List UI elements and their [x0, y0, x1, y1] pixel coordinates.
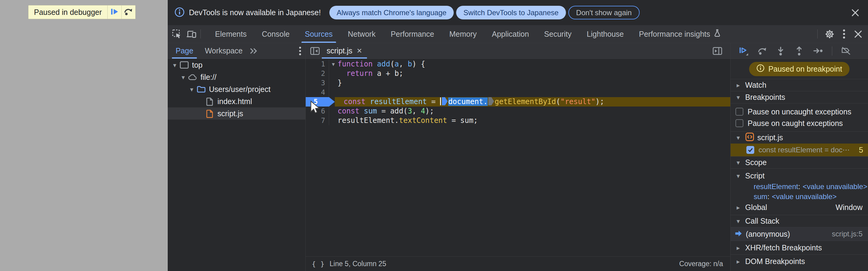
section-dom-breakpoints[interactable]: ▸ DOM Breakpoints — [731, 254, 868, 268]
deactivate-breakpoints-icon[interactable] — [841, 47, 851, 55]
breakpoint-file-group[interactable]: ▾ script.js — [731, 131, 868, 144]
breakpoint-checkbox[interactable] — [746, 146, 754, 154]
tab-label: Performance — [391, 30, 434, 38]
more-tabs-icon[interactable] — [249, 48, 257, 54]
pause-uncaught-row[interactable]: Pause on uncaught exceptions — [731, 106, 868, 117]
line-number[interactable]: 1 — [306, 59, 329, 69]
overlay-step-over-button[interactable] — [121, 5, 135, 19]
step-icon[interactable] — [813, 47, 823, 55]
section-call-stack[interactable]: ▾ Call Stack — [731, 215, 868, 227]
fold-arrow-icon[interactable]: ▾ — [329, 59, 338, 69]
line-number[interactable]: 3 — [306, 78, 329, 88]
tab-performance-insights[interactable]: Performance insights — [631, 25, 729, 43]
pretty-print-icon[interactable]: { } — [312, 260, 325, 268]
tree-item-label: file:// — [200, 73, 217, 82]
tab-console[interactable]: Console — [254, 25, 297, 43]
code-line-content: const sum = add(3, 4); — [329, 107, 730, 116]
pause-uncaught-checkbox[interactable] — [736, 108, 743, 116]
chevron-down-icon[interactable]: ▾ — [188, 86, 196, 93]
don-t-show-again-button[interactable]: Don't show again — [568, 6, 640, 20]
overlay-resume-button[interactable] — [107, 5, 121, 19]
token-pl: ( — [390, 60, 394, 68]
tab-sources[interactable]: Sources — [297, 25, 340, 43]
step-over-icon[interactable] — [757, 46, 767, 56]
tree-item-index-html[interactable]: index.html — [168, 95, 305, 108]
folder-icon — [196, 85, 207, 93]
pause-caught-checkbox[interactable] — [736, 119, 743, 127]
tab-label: Application — [492, 30, 529, 38]
tab-security[interactable]: Security — [536, 25, 579, 43]
tab-page[interactable]: Page — [172, 43, 197, 59]
scope-group-global[interactable]: ▸ Global Window — [731, 202, 868, 213]
call-stack-frame[interactable]: (anonymous) script.js:5 — [731, 227, 868, 241]
chevron-down-icon: ▾ — [734, 134, 742, 141]
code-text: function add(a, b) { — [338, 59, 425, 69]
resume-script-icon[interactable] — [739, 46, 748, 56]
scope-group-script[interactable]: ▾ Script — [731, 170, 868, 181]
tree-item-users-user-project[interactable]: ▾Users/user/project — [168, 83, 305, 95]
info-icon — [756, 64, 765, 74]
line-number[interactable]: 7 — [306, 116, 329, 125]
execution-line-badge[interactable]: 5 — [306, 97, 335, 107]
chevron-down-icon[interactable]: ▾ — [179, 74, 187, 81]
token-pl — [366, 97, 370, 106]
inline-breakpoint-active-icon[interactable] — [442, 97, 448, 105]
tab-network[interactable]: Network — [340, 25, 383, 43]
device-toolbar-icon[interactable] — [186, 30, 196, 38]
settings-gear-icon[interactable] — [825, 29, 834, 39]
variable-name: sum — [754, 192, 767, 201]
toggle-navigator-panel-icon[interactable] — [310, 47, 320, 55]
tab-lighthouse[interactable]: Lighthouse — [579, 25, 631, 43]
close-devtools-icon[interactable] — [854, 30, 863, 38]
token-prop: getElementById — [495, 97, 556, 106]
tab-elements[interactable]: Elements — [208, 25, 254, 43]
token-kw: function — [338, 60, 373, 68]
js-file-icon — [204, 109, 215, 118]
toolbar-divider — [817, 29, 818, 38]
scope-variable[interactable]: sum: <value unavailable> — [731, 191, 868, 202]
section-xhr-breakpoints[interactable]: ▸ XHR/fetch Breakpoints — [731, 241, 868, 254]
tab-close-icon[interactable]: ✕ — [356, 47, 362, 55]
more-options-icon[interactable] — [843, 29, 845, 39]
breakpoint-entry[interactable]: const resultElement = doc⋯ 5 — [731, 144, 868, 156]
token-pl: , — [399, 60, 408, 68]
navigator-more-options-icon[interactable] — [299, 47, 301, 56]
tab-application[interactable]: Application — [484, 25, 536, 43]
tree-item-top[interactable]: ▾top — [168, 59, 305, 71]
chevron-down-icon[interactable]: ▾ — [171, 62, 179, 68]
switch-devtools-to-japanese-button[interactable]: Switch DevTools to Japanese — [456, 6, 566, 20]
line-number[interactable]: 2 — [306, 69, 329, 78]
section-breakpoints[interactable]: ▾ Breakpoints — [731, 91, 868, 103]
line-number[interactable]: 4 — [306, 88, 329, 97]
toggle-debugger-sidebar-icon[interactable] — [712, 47, 722, 55]
step-into-icon[interactable] — [776, 46, 785, 56]
tree-item-script-js[interactable]: script.js — [168, 108, 305, 120]
tab-workspace[interactable]: Workspace — [201, 43, 246, 59]
file-tree: ▾top▾file://▾Users/user/projectindex.htm… — [168, 59, 305, 271]
inline-breakpoint-icon[interactable] — [488, 97, 494, 105]
tab-label: Sources — [305, 30, 333, 38]
infobar-close-icon[interactable] — [851, 8, 860, 17]
editor-tab-scriptjs[interactable]: script.js ✕ — [322, 43, 367, 59]
code-line-content: return a + b; — [329, 69, 730, 78]
line-number[interactable]: 6 — [306, 107, 329, 116]
scope-variable[interactable]: resultElement: <value unavailable> — [731, 181, 868, 191]
code-editor[interactable]: 1▾function add(a, b) {2 return a + b;3}4… — [306, 59, 730, 257]
section-watch[interactable]: ▸ Watch — [731, 79, 868, 91]
section-scope[interactable]: ▾ Scope — [731, 156, 868, 169]
code-line-7: 7resultElement.textContent = sum; — [306, 116, 730, 125]
text-caret — [440, 97, 441, 105]
pause-caught-row[interactable]: Pause on caught exceptions — [731, 117, 868, 129]
inspect-element-icon[interactable] — [172, 29, 182, 39]
tree-item-file[interactable]: ▾file:// — [168, 71, 305, 83]
tab-performance[interactable]: Performance — [383, 25, 442, 43]
tab-memory[interactable]: Memory — [442, 25, 484, 43]
token-str: "result" — [560, 97, 596, 106]
debugger-sidebar: Paused on breakpoint ▸ Watch ▾ Breakpoin… — [730, 43, 868, 271]
always-match-chrome-s-language-button[interactable]: Always match Chrome's language — [329, 6, 454, 20]
tab-label: Elements — [215, 30, 247, 38]
step-out-icon[interactable] — [794, 46, 804, 56]
code-line-content: resultElement.textContent = sum; — [329, 116, 730, 125]
code-line-3: 3} — [306, 78, 730, 88]
breakpoint-line-number: 5 — [859, 146, 863, 154]
